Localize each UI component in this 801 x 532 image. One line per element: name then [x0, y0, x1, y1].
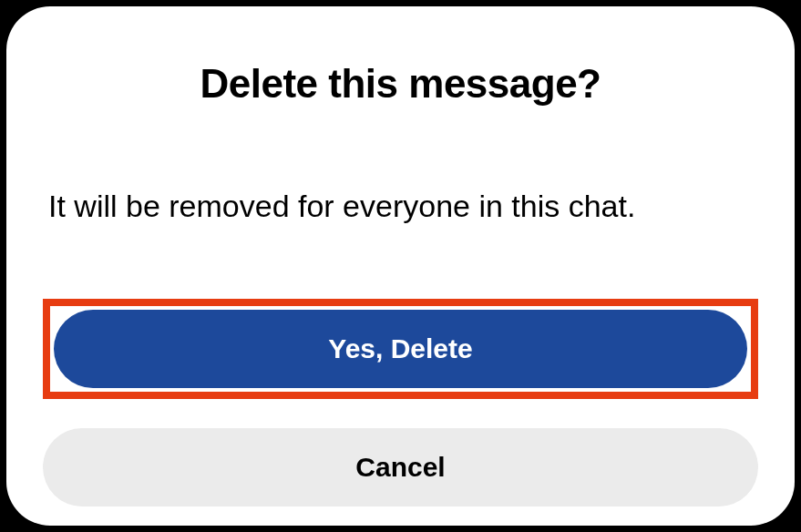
dialog-description: It will be removed for everyone in this … — [43, 189, 758, 224]
dialog-title: Delete this message? — [43, 61, 758, 107]
dialog-actions: Yes, Delete Cancel — [43, 299, 758, 506]
confirm-delete-button[interactable]: Yes, Delete — [54, 310, 747, 388]
cancel-button[interactable]: Cancel — [43, 428, 758, 506]
confirm-highlight: Yes, Delete — [43, 299, 758, 399]
delete-message-dialog: Delete this message? It will be removed … — [6, 6, 795, 526]
